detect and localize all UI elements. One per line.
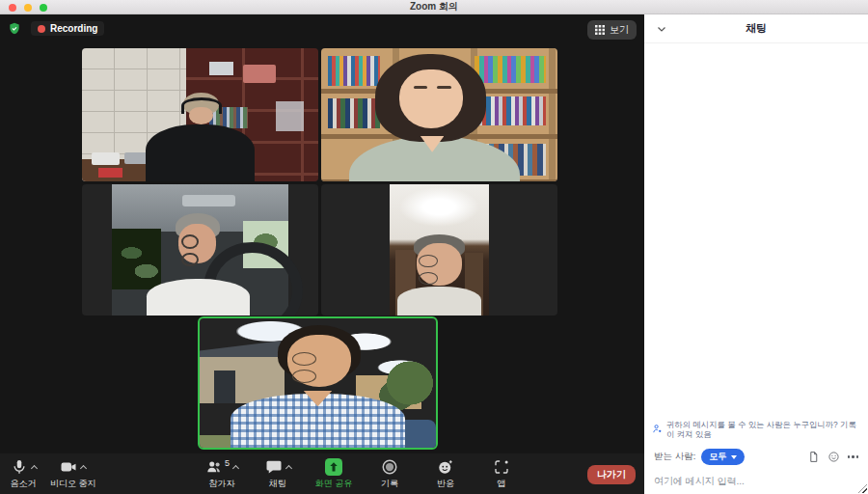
zoom-meeting-window: Zoom 회의 Recording 보기 [0, 0, 868, 494]
record-label: 기록 [381, 478, 398, 490]
participant-1-scene [82, 48, 318, 181]
apps-label: 앱 [498, 478, 506, 490]
record-button[interactable]: 기록 [370, 457, 409, 490]
participant-4-scene [321, 184, 557, 316]
person-body [147, 279, 250, 316]
fullscreen-window-button[interactable] [40, 4, 47, 12]
reactions-label: 반응 [437, 478, 454, 490]
participant-video-3[interactable] [82, 184, 318, 316]
chat-header: 채팅 [644, 14, 868, 43]
chat-panel: 채팅 귀하의 메시지를 볼 수 있는 사람은 누구입니까? 기록이 켜져 있음 … [644, 14, 868, 494]
view-button-label: 보기 [610, 23, 629, 37]
person-body [146, 124, 255, 181]
chevron-down-icon[interactable] [656, 23, 667, 35]
meeting-area: Recording 보기 [0, 14, 644, 494]
gallery-grid-icon [595, 25, 605, 35]
meeting-toolbar: 음소거 비디오 중지 5 [0, 453, 644, 494]
mute-label: 음소거 [11, 478, 37, 490]
stop-video-label: 비디오 중지 [50, 478, 96, 490]
encryption-shield-icon [8, 21, 21, 36]
recording-dot-icon [38, 25, 45, 33]
recipient-value: 모두 [709, 451, 726, 463]
participants-button[interactable]: 5 참가자 [203, 457, 241, 490]
car-interior [112, 184, 289, 316]
chat-footer: 귀하의 메시지를 볼 수 있는 사람은 누구입니까? 기록이 켜져 있음 받는 … [644, 415, 868, 494]
chat-button[interactable]: 채팅 [258, 457, 297, 490]
headset [181, 97, 222, 114]
chat-panel-title: 채팅 [746, 21, 767, 36]
glasses [181, 234, 213, 245]
emoji-icon[interactable] [827, 451, 840, 463]
reactions-smiley-icon [437, 458, 454, 476]
more-options-icon[interactable] [848, 455, 859, 458]
person-body [397, 287, 480, 316]
status-strip: Recording 보기 [0, 14, 644, 44]
participant-video-1[interactable] [82, 48, 318, 181]
apps-icon [493, 458, 510, 476]
participant-5-scene [200, 318, 436, 448]
glasses [419, 254, 460, 264]
close-window-button[interactable] [9, 4, 16, 12]
chat-message-input[interactable] [654, 476, 858, 486]
traffic-lights [9, 4, 47, 12]
recipient-selector[interactable]: 모두 [701, 449, 745, 465]
titlebar: Zoom 회의 [0, 0, 868, 14]
view-button[interactable]: 보기 [587, 20, 637, 40]
glasses [292, 352, 346, 364]
record-icon [381, 458, 398, 476]
video-options-chevron[interactable] [80, 465, 87, 472]
participant-video-4[interactable] [321, 184, 557, 316]
person-face [399, 69, 463, 128]
recording-label: Recording [50, 23, 97, 34]
portrait-video [390, 184, 489, 316]
recipient-caret-icon [731, 455, 737, 459]
leave-button[interactable]: 나가기 [587, 465, 636, 484]
stop-video-button[interactable]: 비디오 중지 [50, 457, 96, 490]
chat-input-row [644, 468, 868, 488]
window-title: Zoom 회의 [410, 0, 458, 14]
participant-video-5-active-speaker[interactable] [198, 316, 438, 450]
mute-options-chevron[interactable] [30, 465, 37, 472]
microphone-icon [11, 458, 28, 476]
participants-icon [205, 458, 223, 476]
file-attach-icon[interactable] [807, 451, 820, 463]
participant-2-scene [321, 48, 557, 181]
apps-button[interactable]: 앱 [482, 457, 521, 490]
ceiling-light [399, 187, 478, 227]
person-info-icon [652, 424, 663, 434]
chat-message-list[interactable] [644, 43, 868, 415]
share-screen-button[interactable]: 화면 공유 [314, 457, 353, 490]
recipient-label: 받는 사람: [654, 451, 695, 463]
minimize-window-button[interactable] [24, 4, 32, 12]
chat-label: 채팅 [269, 478, 286, 490]
chat-privacy-notice: 귀하의 메시지를 볼 수 있는 사람은 누구입니까? 기록이 켜져 있음 [644, 415, 868, 446]
recording-indicator[interactable]: Recording [31, 21, 104, 36]
participant-3-scene [82, 184, 318, 316]
share-screen-icon [325, 458, 342, 476]
chat-recipient-row: 받는 사람: 모두 [644, 446, 868, 468]
participants-options-chevron[interactable] [232, 465, 239, 472]
chat-options-chevron[interactable] [285, 465, 291, 472]
mute-button[interactable]: 음소거 [4, 457, 42, 490]
participants-label: 참가자 [209, 478, 235, 490]
participants-count: 5 [225, 458, 230, 468]
chat-privacy-notice-text: 귀하의 메시지를 볼 수 있는 사람은 누구입니까? 기록이 켜져 있음 [666, 420, 860, 439]
participant-video-2[interactable] [321, 48, 557, 181]
reactions-button[interactable]: 반응 [426, 457, 465, 490]
video-camera-icon [60, 458, 77, 476]
chat-bubble-icon [265, 458, 283, 476]
share-screen-label: 화면 공유 [315, 478, 353, 490]
